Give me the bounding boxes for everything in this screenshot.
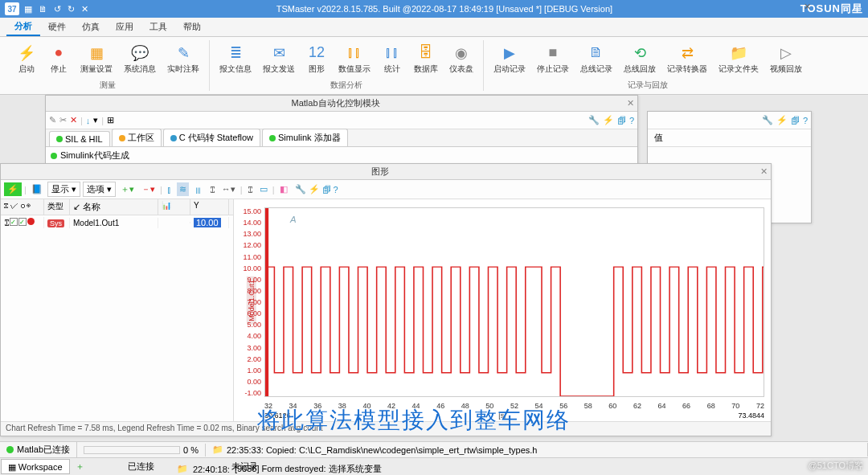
- ribbon-记录转换器[interactable]: ⇄记录转换器: [662, 40, 712, 78]
- col-name[interactable]: ↙ 名称: [70, 199, 158, 215]
- wrench-icon[interactable]: 🔧: [762, 115, 773, 125]
- qat-icon[interactable]: ↺: [54, 4, 61, 14]
- tab-工作区[interactable]: 工作区: [112, 129, 162, 146]
- close-icon[interactable]: ✕: [804, 2, 817, 14]
- ribbon-group-label: 测量: [100, 80, 116, 91]
- ribbon-数值显示[interactable]: ⫿⫿数值显示: [334, 40, 375, 78]
- x-tick: 46: [436, 402, 444, 410]
- book-icon[interactable]: 📘: [29, 182, 45, 196]
- help-icon[interactable]: ?: [334, 185, 338, 195]
- x-tick: 38: [338, 402, 346, 410]
- ribbon-系统消息[interactable]: 💬系统消息: [119, 40, 161, 78]
- y-tick: 14.00: [235, 219, 261, 227]
- bolt-icon[interactable]: ⚡: [4, 182, 22, 196]
- ribbon-实时注释[interactable]: ✎实时注释: [162, 40, 204, 78]
- tool-icon[interactable]: ✂: [59, 115, 67, 125]
- chart-area[interactable]: Model1.Out1 15.0014.0013.0012.0011.0010.…: [234, 199, 771, 421]
- cursor-icon[interactable]: Ɪ: [207, 183, 217, 196]
- refresh-info: Chart Refresh Time = 7.58 ms, Legend Ref…: [1, 421, 771, 436]
- arrow-icon[interactable]: ↔▾: [219, 182, 238, 196]
- ribbon-视频回放[interactable]: ▷视频回放: [765, 40, 807, 78]
- graph-toolbar: ⚡ | 📘 显示 ▾ 选项 ▾ ＋▾ －▾ | ⫿ ≋ ⫼ Ɪ ↔▾ | Ɪ ▭…: [1, 180, 771, 199]
- rect-icon[interactable]: ▭: [257, 182, 270, 196]
- tool-icon[interactable]: ▾: [93, 115, 98, 125]
- qat-icon[interactable]: ▦: [24, 4, 32, 14]
- dot-icon: [170, 135, 177, 141]
- ribbon-label: 停止记录: [537, 63, 569, 75]
- y-tick: 11.00: [235, 253, 261, 261]
- col-type[interactable]: 类型: [44, 199, 70, 215]
- ribbon-仪表盘[interactable]: ◉仪表盘: [444, 40, 478, 78]
- chart-icon[interactable]: ⫿: [165, 183, 174, 196]
- eraser-icon[interactable]: ◧: [277, 182, 290, 196]
- tool-icon[interactable]: ⊞: [107, 115, 114, 125]
- ribbon-报文信息[interactable]: ≣报文信息: [215, 40, 256, 78]
- menu-帮助[interactable]: 帮助: [175, 18, 209, 35]
- options-dropdown[interactable]: 选项 ▾: [83, 182, 116, 197]
- menu-硬件[interactable]: 硬件: [40, 18, 74, 35]
- wrench-icon[interactable]: 🔧: [295, 184, 306, 195]
- signal-name: Model1.Out1: [70, 218, 158, 228]
- ribbon-icon: 12: [308, 44, 326, 62]
- menu-应用[interactable]: 应用: [108, 18, 141, 35]
- close-icon[interactable]: ✕: [760, 166, 768, 177]
- ribbon-记录文件夹[interactable]: 📁记录文件夹: [714, 40, 764, 78]
- x-tick: 70: [731, 402, 739, 410]
- ribbon-启动记录[interactable]: ▶启动记录: [489, 40, 530, 78]
- remove-icon[interactable]: －▾: [139, 182, 158, 197]
- add-tab-button[interactable]: ＋: [71, 458, 89, 475]
- chart-icon[interactable]: ≋: [177, 182, 189, 196]
- ribbon-测量设置[interactable]: ▦测量设置: [76, 40, 117, 78]
- copy-icon[interactable]: 🗐: [617, 116, 626, 125]
- svg-rect-0: [265, 208, 268, 396]
- ribbon-总线记录[interactable]: 🗎总线记录: [575, 40, 617, 78]
- wrench-icon[interactable]: 🔧: [588, 115, 600, 125]
- ribbon-icon: ≣: [227, 44, 244, 62]
- plot[interactable]: A: [264, 207, 764, 397]
- qat-icon[interactable]: 🗎: [39, 4, 47, 14]
- ribbon-停止记录[interactable]: ■停止记录: [532, 40, 574, 78]
- x-tick: 58: [584, 402, 592, 410]
- qat-icon[interactable]: ✕: [81, 4, 88, 14]
- add-icon[interactable]: ＋▾: [118, 182, 137, 197]
- copy-icon[interactable]: 🗐: [322, 185, 331, 195]
- copy-icon[interactable]: 🗐: [791, 116, 800, 125]
- ribbon-停止[interactable]: ●停止: [43, 40, 74, 78]
- x-tick: 60: [608, 402, 616, 410]
- tool-icon[interactable]: ✕: [70, 115, 77, 125]
- menu-工具[interactable]: 工具: [141, 18, 175, 35]
- help-icon[interactable]: ?: [629, 116, 634, 125]
- table-row[interactable]: Ɪ Sys Model1.Out1 10.00: [1, 215, 233, 230]
- tab-Simulink 添加器[interactable]: Simulink 添加器: [262, 129, 348, 146]
- ribbon-图形[interactable]: 12图形: [301, 40, 332, 78]
- menu-分析[interactable]: 分析: [6, 18, 40, 36]
- quick-access-toolbar[interactable]: ▦ 🗎 ↺ ↻ ✕: [24, 4, 88, 14]
- workspace-tab[interactable]: ▦ Workspace: [1, 459, 70, 474]
- bolt-icon[interactable]: ⚡: [309, 184, 320, 195]
- ribbon-统计[interactable]: ⫿⫿统计: [377, 40, 407, 78]
- bolt-icon[interactable]: ⚡: [603, 115, 614, 125]
- ribbon-总线回放[interactable]: ⟲总线回放: [619, 40, 661, 78]
- close-icon[interactable]: ✕: [627, 98, 634, 109]
- col-blank[interactable]: 📊: [158, 199, 190, 215]
- watermark: @51CTO博客: [809, 460, 863, 472]
- show-dropdown[interactable]: 显示 ▾: [47, 182, 80, 197]
- col-y[interactable]: Y: [190, 199, 229, 215]
- tab-C 代码转 Stateflow[interactable]: C 代码转 Stateflow: [163, 129, 260, 146]
- qat-icon[interactable]: ↻: [68, 4, 75, 14]
- menu-仿真[interactable]: 仿真: [74, 18, 108, 35]
- x-tick: 48: [461, 402, 469, 410]
- tool-icon[interactable]: ↓: [86, 116, 91, 125]
- col-checks: Ɪ ✓ ▢ ◉: [1, 199, 44, 215]
- ribbon-数据库[interactable]: 🗄数据库: [409, 40, 443, 78]
- ribbon-启动[interactable]: ⚡启动: [11, 40, 42, 78]
- ribbon-label: 启动: [18, 63, 35, 75]
- chart-icon[interactable]: ⫼: [191, 183, 205, 196]
- bolt-icon[interactable]: ⚡: [776, 115, 788, 125]
- ribbon-报文发送[interactable]: ✉报文发送: [258, 40, 300, 78]
- help-icon[interactable]: ?: [803, 116, 808, 125]
- sub-tab[interactable]: Simulink代码生成: [46, 147, 637, 165]
- cursor-icon[interactable]: Ɪ: [245, 183, 255, 196]
- tool-icon[interactable]: ✎: [49, 115, 56, 125]
- tab-SIL & HIL[interactable]: SIL & HIL: [49, 131, 110, 146]
